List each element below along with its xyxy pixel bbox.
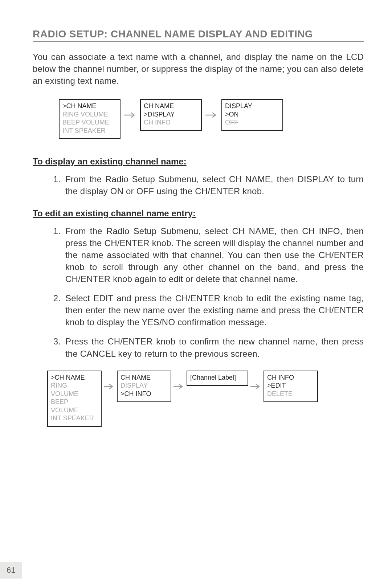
flow1-box3: DISPLAY >ON OFF	[221, 99, 283, 131]
menu-item: DISPLAY	[225, 102, 279, 110]
steps-display: From the Radio Setup Submenu, select CH …	[33, 173, 364, 197]
menu-item: >EDIT	[267, 381, 314, 390]
menu-item: VOLUME	[51, 390, 97, 398]
menu-item: INT SPEAKER	[51, 414, 97, 422]
menu-item: CH NAME	[144, 102, 197, 110]
intro-paragraph: You can associate a text name with a cha…	[33, 51, 364, 87]
menu-item: >CH NAME	[51, 373, 97, 382]
page-number: 61	[0, 562, 22, 579]
arrow-right-icon	[205, 112, 218, 118]
step: Press the CH/ENTER knob to confirm the n…	[63, 335, 364, 359]
menu-item: RING	[51, 381, 97, 390]
menu-item: >CH NAME	[62, 102, 116, 110]
step: From the Radio Setup Submenu, select CH …	[63, 173, 364, 197]
menu-item: INT SPEAKER	[62, 127, 116, 135]
menu-item: >DISPLAY	[144, 110, 197, 119]
menu-item: [Channel Label]	[190, 373, 244, 382]
steps-edit: From the Radio Setup Submenu, select CH …	[33, 225, 364, 360]
menu-item: BEEP	[51, 398, 97, 406]
arrow-right-icon	[173, 384, 184, 389]
menu-item: BEEP VOLUME	[62, 118, 116, 127]
menu-item: DISPLAY	[121, 381, 167, 390]
page-title: RADIO SETUP: CHANNEL NAME DISPLAY AND ED…	[33, 28, 364, 42]
arrow-right-icon	[104, 384, 115, 389]
menu-flow-2: >CH NAME RING VOLUME BEEP VOLUME INT SPE…	[47, 371, 364, 427]
step: From the Radio Setup Submenu, select CH …	[63, 225, 364, 285]
menu-item: CH INFO	[267, 373, 314, 382]
menu-item: CH INFO	[144, 118, 197, 127]
menu-item: RING VOLUME	[62, 110, 116, 119]
menu-flow-1: >CH NAME RING VOLUME BEEP VOLUME INT SPE…	[59, 99, 364, 139]
flow1-box2: CH NAME >DISPLAY CH INFO	[140, 99, 202, 131]
flow2-box2: CH NAME DISPLAY >CH INFO	[117, 371, 171, 403]
flow2-box1: >CH NAME RING VOLUME BEEP VOLUME INT SPE…	[47, 371, 102, 427]
flow2-box3: [Channel Label]	[187, 371, 248, 386]
subheading-display: To display an existing channel name:	[33, 156, 364, 167]
arrow-right-icon	[250, 384, 261, 389]
subheading-edit: To edit an existing channel name entry:	[33, 208, 364, 219]
step: Select EDIT and press the CH/ENTER knob …	[63, 292, 364, 328]
flow2-box4: CH INFO >EDIT DELETE	[264, 371, 318, 403]
menu-item: >ON	[225, 110, 279, 119]
menu-item: DELETE	[267, 390, 314, 398]
menu-item: CH NAME	[121, 373, 167, 382]
menu-item: >CH INFO	[121, 390, 167, 398]
menu-item: OFF	[225, 118, 279, 127]
arrow-right-icon	[124, 112, 136, 118]
menu-item: VOLUME	[51, 406, 97, 415]
flow1-box1: >CH NAME RING VOLUME BEEP VOLUME INT SPE…	[59, 99, 121, 139]
